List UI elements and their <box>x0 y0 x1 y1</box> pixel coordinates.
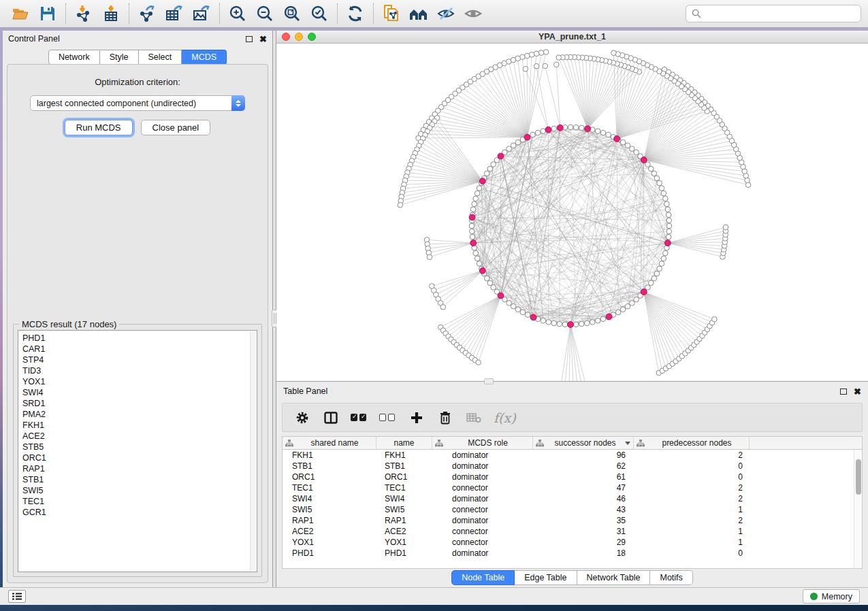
mcds-hub-node[interactable] <box>545 127 551 133</box>
cell[interactable]: 47 <box>533 482 634 493</box>
cell[interactable]: 43 <box>533 504 634 515</box>
network-node[interactable] <box>625 143 630 148</box>
mcds-result-item[interactable]: ACE2 <box>22 431 257 442</box>
mcds-hub-node[interactable] <box>470 240 477 246</box>
network-node[interactable] <box>476 360 481 365</box>
mcds-result-item[interactable]: GCR1 <box>22 507 257 518</box>
mcds-result-list[interactable]: PHD1CAR1STP4TID3YOX1SWI4SRD1PMA2FKH1ACE2… <box>18 330 257 572</box>
network-node[interactable] <box>472 201 477 207</box>
mcds-result-item[interactable]: PMA2 <box>22 409 257 420</box>
network-node[interactable] <box>473 196 479 201</box>
network-node[interactable] <box>625 303 630 309</box>
cell[interactable]: dominator <box>432 548 533 559</box>
cell[interactable]: 96 <box>533 450 634 461</box>
cell[interactable]: PHD1 <box>376 548 432 559</box>
network-node[interactable] <box>543 50 549 55</box>
export-table-icon[interactable] <box>161 2 188 25</box>
cell[interactable]: 1 <box>634 537 750 548</box>
network-node[interactable] <box>600 316 606 322</box>
tab-network[interactable]: Network <box>48 50 100 65</box>
network-node[interactable] <box>534 51 539 56</box>
mcds-result-item[interactable]: SRD1 <box>22 398 257 409</box>
mcds-hub-node[interactable] <box>568 322 574 328</box>
cell[interactable]: FKH1 <box>283 450 376 461</box>
cell[interactable]: 18 <box>533 548 634 559</box>
network-node[interactable] <box>634 297 639 302</box>
table-row[interactable]: TEC1TEC1connector472 <box>283 482 862 493</box>
mcds-result-item[interactable]: PHD1 <box>22 333 257 344</box>
column-header-successor-nodes[interactable]: successor nodes <box>533 437 634 449</box>
network-node[interactable] <box>579 321 584 327</box>
cell[interactable]: YOX1 <box>376 537 432 548</box>
network-node[interactable] <box>584 320 590 326</box>
network-node[interactable] <box>648 166 654 171</box>
refresh-icon[interactable] <box>342 2 369 25</box>
delete-column-icon[interactable] <box>436 408 454 428</box>
network-node[interactable] <box>666 229 672 234</box>
cell[interactable]: dominator <box>432 461 533 472</box>
network-node[interactable] <box>543 63 548 69</box>
run-mcds-button[interactable]: Run MCDS <box>65 120 133 135</box>
first-neighbors-icon[interactable] <box>405 2 432 25</box>
network-node[interactable] <box>657 266 662 271</box>
cell[interactable]: 31 <box>533 526 634 537</box>
table-scrollbar-thumb[interactable] <box>856 459 861 495</box>
network-node[interactable] <box>523 66 528 71</box>
optimization-criterion-dropdown[interactable]: largest connected component (undirected) <box>30 95 245 111</box>
cell[interactable]: 2 <box>634 515 750 526</box>
mcds-result-item[interactable]: SWI5 <box>22 485 257 496</box>
cell[interactable]: SWI4 <box>283 493 376 504</box>
function-builder-icon[interactable]: f(x) <box>494 410 516 425</box>
network-node[interactable] <box>645 285 651 291</box>
network-node[interactable] <box>630 301 635 306</box>
cell[interactable]: ACE2 <box>283 526 376 537</box>
task-history-button[interactable] <box>8 590 26 603</box>
network-node[interactable] <box>507 146 512 152</box>
import-network-icon[interactable] <box>70 2 97 25</box>
network-node[interactable] <box>520 310 526 315</box>
select-all-icon[interactable] <box>351 408 368 428</box>
float-table-panel-icon[interactable] <box>840 389 847 395</box>
network-node[interactable] <box>541 318 546 324</box>
network-node[interactable] <box>470 234 475 240</box>
column-header-predecessor-nodes[interactable]: predecessor nodes <box>634 437 750 449</box>
table-scrollbar[interactable] <box>854 450 862 568</box>
network-node[interactable] <box>654 176 660 181</box>
mcds-hub-node[interactable] <box>641 157 647 163</box>
table-row[interactable]: RAP1RAP1dominator352 <box>283 515 862 526</box>
search-box[interactable] <box>686 5 861 22</box>
tab-motifs[interactable]: Motifs <box>650 570 692 585</box>
network-node[interactable] <box>666 223 672 229</box>
cell[interactable]: TEC1 <box>376 482 432 493</box>
cell[interactable]: ORC1 <box>283 472 376 482</box>
network-node[interactable] <box>666 234 671 240</box>
network-node[interactable] <box>557 321 562 327</box>
zoom-fit-icon[interactable] <box>278 2 306 25</box>
mcds-result-item[interactable]: SWI4 <box>22 387 257 398</box>
duplicate-network-icon[interactable] <box>378 2 405 25</box>
network-node[interactable] <box>664 201 670 207</box>
mcds-result-item[interactable]: STB1 <box>22 474 257 485</box>
network-node[interactable] <box>620 307 626 312</box>
network-canvas-area[interactable] <box>276 44 868 381</box>
network-node[interactable] <box>469 229 475 234</box>
network-node[interactable] <box>665 207 671 212</box>
network-node[interactable] <box>659 186 664 191</box>
result-list-scrollbar[interactable] <box>250 331 256 571</box>
network-node[interactable] <box>661 191 666 196</box>
network-node[interactable] <box>573 322 579 327</box>
open-file-icon[interactable] <box>7 2 34 25</box>
network-node[interactable] <box>579 125 584 131</box>
network-node[interactable] <box>473 250 479 256</box>
close-panel-icon[interactable]: ✖ <box>259 36 267 42</box>
network-node[interactable] <box>600 130 606 135</box>
deselect-all-icon[interactable] <box>379 408 397 428</box>
network-node[interactable] <box>568 125 573 130</box>
cell[interactable]: STB1 <box>376 461 432 472</box>
mcds-result-item[interactable]: FKH1 <box>22 420 257 431</box>
network-node[interactable] <box>427 254 432 260</box>
network-node[interactable] <box>477 186 482 191</box>
cell[interactable]: SWI4 <box>376 493 432 504</box>
cell[interactable]: PHD1 <box>283 548 376 559</box>
tab-style[interactable]: Style <box>100 50 139 65</box>
